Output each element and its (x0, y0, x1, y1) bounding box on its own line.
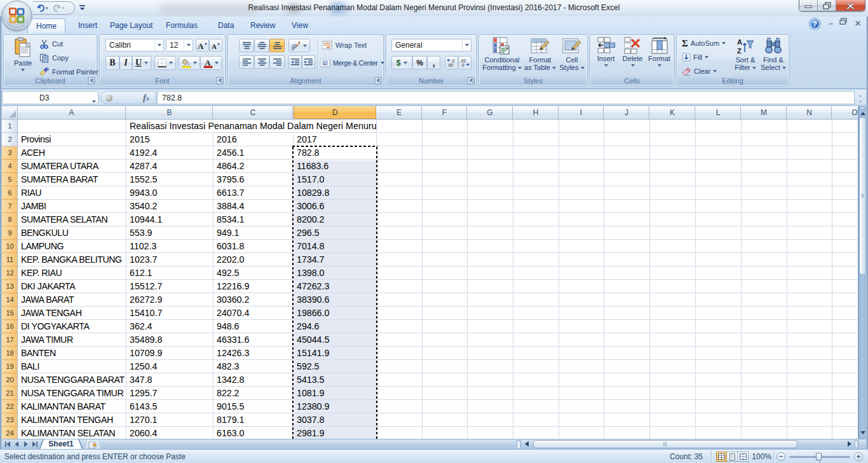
page-layout-view-button[interactable] (727, 452, 738, 462)
row-header-8[interactable]: 8 (2, 213, 18, 226)
page-break-view-button[interactable] (738, 452, 749, 462)
cell-B13[interactable]: 15512.7 (126, 280, 213, 293)
row-header-4[interactable]: 4 (2, 160, 18, 173)
prev-sheet-button[interactable] (13, 441, 20, 448)
column-header-H[interactable]: H (513, 106, 559, 119)
cell-B11[interactable]: 1023.7 (126, 253, 213, 266)
cell-B3[interactable]: 4192.4 (126, 146, 213, 160)
cell-C17[interactable]: 46331.6 (214, 333, 293, 347)
row-header-23[interactable]: 23 (2, 413, 18, 427)
clear-button[interactable]: Clear (682, 66, 717, 76)
column-header-F[interactable]: F (423, 106, 467, 119)
italic-button[interactable]: I (119, 56, 132, 70)
cell-A21[interactable]: NUSA TENGGARA TIMUR (18, 387, 126, 400)
find-select-button[interactable]: Find &Select (759, 37, 787, 71)
decrease-indent-button[interactable] (288, 55, 302, 69)
cell-B1[interactable]: Realisasi Investasi Penanaman Modal Dala… (126, 120, 376, 133)
normal-view-button[interactable] (716, 452, 727, 462)
delete-cells-button[interactable]: Delete (620, 37, 646, 67)
tab-page-layout[interactable]: Page Layout (102, 18, 161, 33)
number-format-combo[interactable]: General (391, 39, 471, 52)
shrink-font-button[interactable]: A (209, 39, 222, 52)
cell-C5[interactable]: 3795.6 (214, 173, 293, 186)
column-header-E[interactable]: E (377, 106, 422, 119)
cell-B8[interactable]: 10944.1 (126, 213, 213, 226)
cell-A7[interactable]: JAMBI (18, 200, 126, 213)
cell-A23[interactable]: KALIMANTAN TENGAH (18, 413, 126, 427)
percent-style-button[interactable]: % (412, 56, 427, 69)
help-button[interactable]: ? (810, 18, 820, 29)
row-header-24[interactable]: 24 (2, 427, 18, 439)
cell-A20[interactable]: NUSA TENGGARA BARAT (18, 373, 126, 387)
cell-C19[interactable]: 482.3 (214, 360, 293, 373)
row-header-5[interactable]: 5 (2, 173, 18, 186)
cell-A18[interactable]: BANTEN (18, 347, 126, 360)
cell-D22[interactable]: 12380.9 (294, 400, 376, 413)
decrease-decimal-button[interactable]: .00 .0 (458, 56, 471, 69)
office-button[interactable] (2, 1, 32, 31)
cell-A17[interactable]: JAWA TIMUR (18, 333, 126, 347)
row-header-3[interactable]: 3 (2, 146, 18, 160)
restore-button[interactable] (818, 0, 836, 11)
format-as-table-button[interactable]: Formatas Table (524, 37, 557, 71)
row-header-22[interactable]: 22 (2, 400, 18, 413)
column-header-I[interactable]: I (559, 106, 604, 119)
cell-D9[interactable]: 296.5 (294, 226, 376, 240)
first-sheet-button[interactable] (4, 441, 11, 448)
bold-button[interactable]: B (105, 56, 119, 70)
cell-D3[interactable]: 782.8 (294, 146, 376, 160)
cell-C2[interactable]: 2016 (214, 133, 293, 146)
sort-filter-button[interactable]: A Z Sort &Filter (731, 37, 759, 71)
cell-D12[interactable]: 1398.0 (294, 266, 376, 280)
cell-C20[interactable]: 1342.8 (214, 373, 293, 387)
cell-C16[interactable]: 948.6 (214, 320, 293, 333)
row-header-17[interactable]: 17 (2, 333, 18, 347)
cell-D11[interactable]: 1734.7 (294, 253, 376, 266)
row-header-13[interactable]: 13 (2, 280, 18, 293)
name-box[interactable]: D3 (2, 91, 98, 104)
font-name-combo[interactable]: Calibri (105, 39, 164, 52)
cell-A8[interactable]: SUMATERA SELATAN (18, 213, 126, 226)
cell-B24[interactable]: 2060.4 (126, 427, 213, 439)
orientation-button[interactable]: ab (288, 39, 310, 52)
row-header-14[interactable]: 14 (2, 293, 18, 307)
cell-B12[interactable]: 612.1 (126, 266, 213, 280)
cell-B23[interactable]: 1270.1 (126, 413, 213, 427)
cell-D10[interactable]: 7014.8 (294, 240, 376, 253)
cell-A9[interactable]: BENGKULU (18, 226, 126, 240)
row-header-20[interactable]: 20 (2, 373, 18, 387)
column-header-K[interactable]: K (650, 106, 695, 119)
minimize-button[interactable] (799, 0, 818, 11)
cell-D14[interactable]: 38390.6 (294, 293, 376, 307)
cell-D4[interactable]: 11683.6 (294, 160, 376, 173)
cell-B16[interactable]: 362.4 (126, 320, 213, 333)
cell-A6[interactable]: RIAU (18, 186, 126, 200)
cut-button[interactable]: Cut (39, 39, 63, 49)
cell-D16[interactable]: 294.6 (294, 320, 376, 333)
cell-styles-button[interactable]: CellStyles (557, 37, 587, 71)
grow-font-button[interactable]: A (196, 39, 209, 52)
conditional-formatting-button[interactable]: ConditionalFormatting (482, 37, 522, 71)
redo-button[interactable]: ▾ (52, 3, 65, 13)
cell-A13[interactable]: DKI JAKARTA (18, 280, 126, 293)
cell-B19[interactable]: 1250.4 (126, 360, 213, 373)
cell-C8[interactable]: 8534.1 (214, 213, 293, 226)
bottom-align-button[interactable] (269, 39, 285, 52)
formula-input[interactable]: 782.8 (157, 91, 855, 104)
cell-D24[interactable]: 2981.9 (294, 427, 376, 439)
close-button[interactable] (836, 0, 865, 11)
insert-cells-button[interactable]: Insert (593, 37, 619, 67)
font-size-combo[interactable]: 12 (166, 39, 193, 52)
vertical-scroll-thumb[interactable] (859, 117, 866, 275)
cell-A12[interactable]: KEP. RIAU (18, 266, 126, 280)
workbook-close-button[interactable]: ✕ (855, 19, 861, 28)
row-header-12[interactable]: 12 (2, 266, 18, 280)
cell-D19[interactable]: 592.5 (294, 360, 376, 373)
status-count[interactable]: Count: 35 (670, 452, 703, 461)
cell-D2[interactable]: 2017 (294, 133, 376, 146)
cell-A16[interactable]: DI YOGYAKARTA (18, 320, 126, 333)
cell-A2[interactable]: Provinsi (18, 133, 126, 146)
cell-C18[interactable]: 12426.3 (214, 347, 293, 360)
cell-B9[interactable]: 553.9 (126, 226, 213, 240)
cell-A10[interactable]: LAMPUNG (18, 240, 126, 253)
